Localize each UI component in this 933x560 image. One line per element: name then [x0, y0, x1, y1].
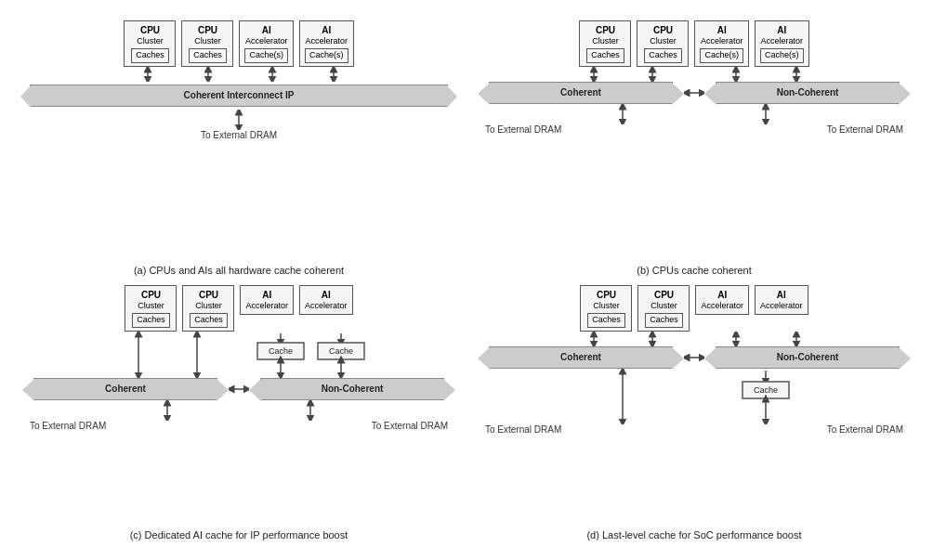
ai-acc-1c: AI Accelerator — [240, 285, 294, 316]
dram-label-a: To External DRAM — [201, 130, 277, 140]
coherent-interconnect-banner-a: Coherent Interconnect IP — [30, 85, 448, 107]
cpu-cluster-2c: CPU Cluster Caches — [182, 285, 234, 332]
node-row-c: CPU Cluster Caches CPU Cluster Caches AI… — [125, 285, 352, 332]
svg-text:Cache: Cache — [269, 346, 293, 356]
caption-a: (a) CPUs and AIs all hardware cache cohe… — [134, 265, 344, 276]
cpu-cluster-2d: CPU Cluster Caches — [637, 285, 690, 332]
noncoherent-banner-c: Non-Coherent — [260, 378, 444, 400]
h-arrow-b — [684, 82, 704, 104]
ai-acc-1b: AI Accelerator Cache(s) — [694, 20, 749, 67]
dram-left-c: To External DRAM — [30, 421, 106, 431]
two-banners-b: Coherent Non-Cohe — [476, 82, 913, 104]
h-arrow-d — [684, 346, 704, 369]
dram-row-d: To External DRAM To External DRAM — [476, 424, 913, 435]
caption-b: (b) CPUs cache coherent — [637, 265, 752, 276]
two-banners-c: Coherent Non-Cohe — [20, 378, 457, 400]
dram-left-d: To External DRAM — [485, 424, 561, 435]
cpu-cluster-2a: CPU Cluster Caches — [181, 20, 233, 67]
dram-right-d: To External DRAM — [827, 424, 903, 435]
arrows-down-d — [559, 332, 829, 346]
ai-acc-1d: AI Accelerator — [695, 285, 749, 316]
ai-acc-2d: AI Accelerator — [755, 285, 808, 316]
diagram-a: CPU Cluster Caches CPU Cluster Caches AI… — [20, 20, 457, 276]
svg-text:Cache: Cache — [754, 385, 778, 395]
arrows-down-b — [559, 67, 829, 82]
ai-acc-2c: AI Accelerator — [299, 285, 353, 316]
dram-row-c: To External DRAM To External DRAM — [20, 421, 457, 431]
arrows-dram-c — [104, 400, 374, 421]
ai-acc-1a: AI Accelerator Cache(s) — [239, 20, 294, 67]
cpu-cluster-2b: CPU Cluster Caches — [637, 20, 689, 67]
caption-d: (d) Last-level cache for SoC performance… — [586, 529, 801, 540]
node-row-d: CPU Cluster Caches CPU Cluster Caches AI… — [580, 285, 808, 332]
caption-c: (c) Dedicated AI cache for IP performanc… — [130, 529, 348, 540]
coherent-banner-b: Coherent — [489, 82, 673, 104]
node-row-b: CPU Cluster Caches CPU Cluster Caches AI… — [579, 20, 808, 67]
cpu-cluster-1c: CPU Cluster Caches — [125, 285, 177, 332]
diagram-b: CPU Cluster Caches CPU Cluster Caches AI… — [476, 20, 913, 276]
cpu-cluster-1d: CPU Cluster Caches — [580, 285, 632, 332]
noncoherent-banner-b: Non-Coherent — [716, 82, 900, 104]
cpu-cluster-1b: CPU Cluster Caches — [579, 20, 631, 67]
coherent-banner-d: Coherent — [489, 346, 673, 369]
arrows-down-a — [118, 67, 360, 82]
ai-acc-2b: AI Accelerator Cache(s) — [755, 20, 809, 67]
dram-left-b: To External DRAM — [485, 124, 561, 135]
dram-right-b: To External DRAM — [827, 124, 903, 135]
arrows-mid-c: Cache Cache — [104, 332, 374, 378]
dram-row-b: To External DRAM To External DRAM — [476, 124, 913, 135]
arrow-dram-a — [118, 110, 360, 130]
noncoherent-banner-d: Non-Coherent — [716, 346, 900, 369]
svg-text:Cache: Cache — [329, 346, 353, 356]
diagram-c: CPU Cluster Caches CPU Cluster Caches AI… — [20, 285, 457, 540]
node-row-a: CPU Cluster Caches CPU Cluster Caches AI… — [124, 20, 353, 67]
dram-right-c: To External DRAM — [372, 421, 448, 431]
arrows-dram-b — [559, 104, 829, 124]
arrows-llc-d: Cache — [559, 369, 829, 424]
h-arrow-c — [229, 378, 249, 400]
two-banners-d: Coherent Non-Cohe — [476, 346, 913, 369]
cpu-cluster-1a: CPU Cluster Caches — [124, 20, 176, 67]
main-container: CPU Cluster Caches CPU Cluster Caches AI… — [11, 11, 922, 550]
coherent-banner-c: Coherent — [33, 378, 217, 400]
ai-acc-2a: AI Accelerator Cache(s) — [299, 20, 354, 67]
diagram-d: CPU Cluster Caches CPU Cluster Caches AI… — [476, 285, 913, 540]
